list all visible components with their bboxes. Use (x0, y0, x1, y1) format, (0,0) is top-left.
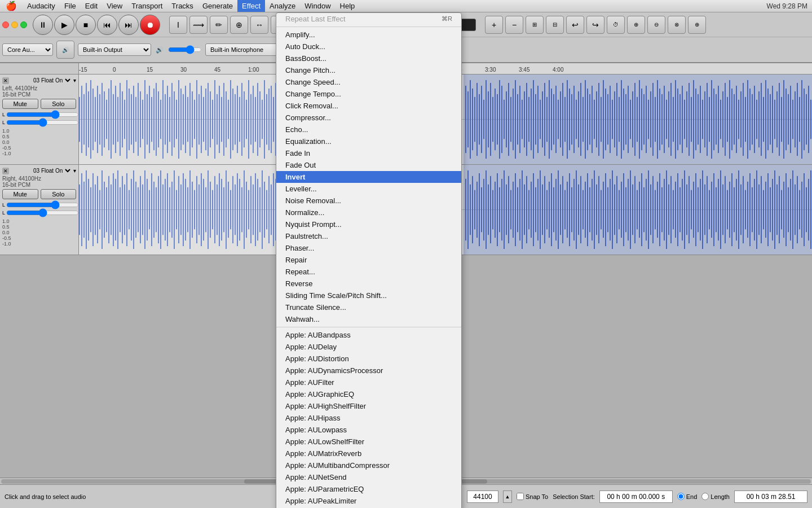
effect-noise-removal[interactable]: Noise Removal... (276, 195, 461, 207)
project-rate-up[interactable]: ▲ (503, 491, 512, 503)
track-dropdown-left[interactable]: ▾ (73, 77, 76, 84)
undo-button[interactable]: ↩ (566, 16, 584, 34)
output-select[interactable]: Built-in Output (78, 43, 151, 56)
solo-button-right[interactable]: Solo (41, 189, 77, 199)
track-name-select-left[interactable]: 03 Float On (31, 77, 72, 84)
effect-repair[interactable]: Repair (276, 254, 461, 266)
menu-file[interactable]: File (60, 0, 81, 12)
selection-start-input[interactable] (599, 491, 673, 503)
effect-leveller[interactable]: Leveller... (276, 183, 461, 195)
stop-button[interactable]: ■ (76, 15, 96, 35)
effect-normalize[interactable]: Normalize... (276, 207, 461, 218)
effect-repeat[interactable]: Repeat... (276, 266, 461, 278)
project-rate-input[interactable] (467, 491, 498, 503)
effect-au-dynamics[interactable]: Apple: AUDynamicsProcessor (276, 365, 461, 376)
effect-au-peaklimiter[interactable]: Apple: AUPeakLimiter (276, 495, 461, 507)
apple-menu[interactable]: 🍎 (0, 1, 23, 11)
effect-change-speed[interactable]: Change Speed... (276, 76, 461, 88)
menu-audacity[interactable]: Audacity (23, 0, 60, 12)
effect-compressor[interactable]: Compressor... (276, 112, 461, 124)
repeat-last-effect-item[interactable]: Repeat Last Effect ⌘R (276, 13, 461, 25)
effect-fade-in[interactable]: Fade In (276, 147, 461, 159)
maximize-button[interactable] (20, 21, 27, 28)
effect-au-distortion[interactable]: Apple: AUDistortion (276, 353, 461, 365)
close-button[interactable] (2, 21, 9, 28)
track-dropdown-right[interactable]: ▾ (73, 168, 76, 174)
menu-analyze[interactable]: Analyze (265, 0, 300, 12)
select-tool-button[interactable]: I (169, 16, 187, 34)
track-close-right[interactable]: ✕ (2, 168, 9, 174)
mute-button-right[interactable]: Mute (2, 189, 38, 199)
output-volume-slider[interactable] (168, 45, 202, 54)
zoom-out-button[interactable]: − (505, 16, 523, 34)
play-button[interactable]: ▶ (54, 15, 74, 35)
fit-v-button[interactable]: ⊟ (546, 16, 564, 34)
pause-button[interactable]: ⏸ (33, 15, 53, 35)
input-select[interactable]: Built-in Microphone (205, 43, 284, 56)
menu-view[interactable]: View (102, 0, 127, 12)
effect-paulstretch[interactable]: Paulstretch... (276, 230, 461, 242)
envelope-tool-button[interactable]: ⟿ (189, 16, 208, 34)
effect-sliding-time-scale[interactable]: Sliding Time Scale/Pitch Shift... (276, 290, 461, 301)
menu-transport[interactable]: Transport (127, 0, 167, 12)
zoom-btn4[interactable]: ⊗ (668, 16, 686, 34)
end-radio[interactable] (677, 493, 685, 500)
redo-button[interactable]: ↪ (586, 16, 604, 34)
solo-button-left[interactable]: Solo (41, 99, 77, 109)
effect-bassboost[interactable]: BassBoost... (276, 52, 461, 64)
end-radio-label[interactable]: End (677, 493, 698, 500)
effect-au-bandpass[interactable]: Apple: AUBandpass (276, 329, 461, 341)
record-button[interactable]: ⏺ (140, 15, 160, 35)
effect-au-matrixreverb[interactable]: Apple: AUMatrixReverb (276, 448, 461, 459)
effect-phaser[interactable]: Phaser... (276, 242, 461, 254)
minimize-button[interactable] (11, 21, 18, 28)
draw-tool-button[interactable]: ✏ (210, 16, 228, 34)
audio-setup-button[interactable]: 🔊 (56, 41, 74, 59)
zoom-btn2[interactable]: ⊕ (627, 16, 645, 34)
fit-button[interactable]: ⊞ (526, 16, 544, 34)
skip-back-button[interactable]: ⏮ (97, 15, 117, 35)
pan-slider-left[interactable] (6, 119, 79, 126)
timer-button[interactable]: ⏱ (607, 16, 625, 34)
effect-au-lowshelf[interactable]: Apple: AULowShelfFilter (276, 436, 461, 448)
zoom-in-button[interactable]: + (485, 16, 503, 34)
effect-au-filter[interactable]: Apple: AUFilter (276, 376, 461, 388)
zoom-tool-button[interactable]: ⊕ (230, 16, 248, 34)
effect-wahwah[interactable]: Wahwah... (276, 313, 461, 325)
effect-amplify[interactable]: Amplify... (276, 29, 461, 41)
menu-generate[interactable]: Generate (198, 0, 237, 12)
effect-nyquist-prompt[interactable]: Nyquist Prompt... (276, 218, 461, 230)
effect-reverse[interactable]: Reverse (276, 278, 461, 290)
track-name-select-right[interactable]: 03 Float On (31, 167, 72, 174)
effect-fade-out[interactable]: Fade Out (276, 159, 461, 171)
effect-au-hipass[interactable]: Apple: AUHipass (276, 412, 461, 424)
effect-change-pitch[interactable]: Change Pitch... (276, 64, 461, 76)
effect-change-tempo[interactable]: Change Tempo... (276, 88, 461, 100)
menu-tracks[interactable]: Tracks (167, 0, 198, 12)
effect-invert[interactable]: Invert (276, 171, 461, 183)
time-shift-tool-button[interactable]: ↔ (250, 16, 268, 34)
skip-forward-button[interactable]: ⏭ (118, 15, 139, 35)
core-audio-select[interactable]: Core Au... (2, 43, 53, 56)
length-radio-label[interactable]: Length (701, 493, 730, 500)
selection-end-input[interactable] (734, 491, 807, 503)
effect-au-graphiceq[interactable]: Apple: AUGraphicEQ (276, 388, 461, 400)
menu-window[interactable]: Window (300, 0, 335, 12)
effect-echo[interactable]: Echo... (276, 124, 461, 135)
effect-au-lowpass[interactable]: Apple: AULowpass (276, 424, 461, 436)
effect-au-multiband[interactable]: Apple: AUMultibandCompressor (276, 459, 461, 471)
zoom-btn5[interactable]: ⊕ (688, 16, 706, 34)
zoom-btn3[interactable]: ⊖ (647, 16, 665, 34)
effect-au-highshelf[interactable]: Apple: AUHighShelfFilter (276, 400, 461, 412)
effect-auto-duck[interactable]: Auto Duck... (276, 41, 461, 52)
volume-slider-left[interactable] (6, 111, 79, 118)
effect-au-delay[interactable]: Apple: AUDelay (276, 341, 461, 353)
pan-slider-right[interactable] (6, 209, 79, 216)
volume-slider-right[interactable] (6, 202, 79, 208)
effect-equalization[interactable]: Equalization... (276, 135, 461, 147)
menu-edit[interactable]: Edit (81, 0, 102, 12)
effect-au-parametriceq[interactable]: Apple: AUParametricEQ (276, 483, 461, 495)
track-close-left[interactable]: ✕ (2, 77, 9, 84)
snap-to-checkbox[interactable] (517, 493, 524, 500)
mute-button-left[interactable]: Mute (2, 99, 38, 109)
